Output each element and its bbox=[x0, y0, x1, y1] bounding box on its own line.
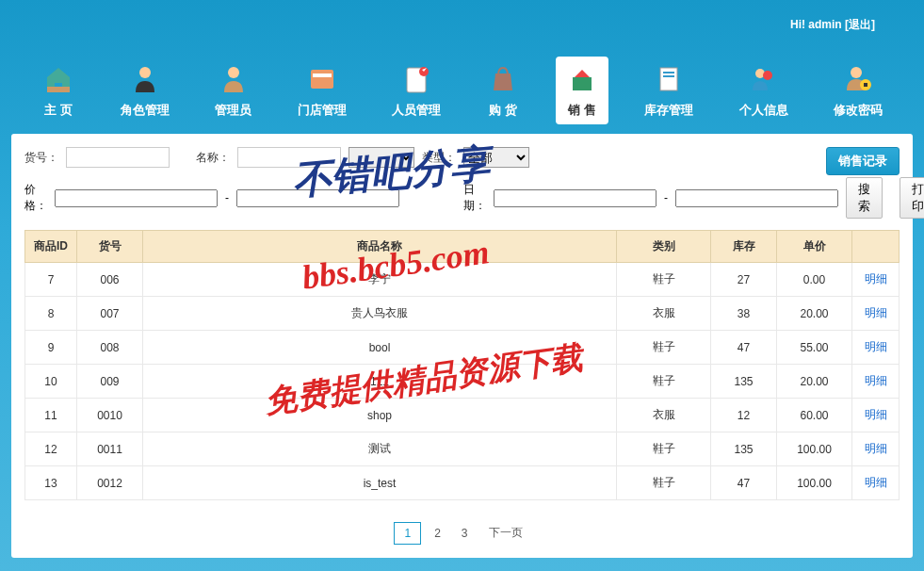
cell-code: 0011 bbox=[77, 432, 143, 466]
date-from-input[interactable] bbox=[494, 189, 657, 207]
price-to-input[interactable] bbox=[236, 189, 399, 207]
nav-label: 销 售 bbox=[568, 102, 596, 119]
svg-rect-9 bbox=[663, 72, 674, 73]
cell-stock: 135 bbox=[711, 432, 777, 466]
svg-point-13 bbox=[851, 67, 862, 78]
filter-bar: 货号： 名称： 类型： 全部 销售记录 bbox=[24, 147, 900, 168]
password-icon bbox=[841, 62, 875, 96]
nav-item-admin[interactable]: 管理员 bbox=[205, 57, 261, 124]
table-header: 类别 bbox=[617, 231, 711, 263]
cell-name: 测试 bbox=[143, 432, 617, 466]
cell-code: 006 bbox=[77, 263, 143, 297]
purchase-icon bbox=[486, 62, 520, 96]
cell-stock: 38 bbox=[711, 297, 777, 331]
nav-label: 角色管理 bbox=[121, 102, 170, 119]
cell-id: 13 bbox=[25, 466, 77, 500]
svg-point-1 bbox=[139, 67, 151, 78]
detail-link[interactable]: 明细 bbox=[865, 442, 887, 455]
detail-link[interactable]: 明细 bbox=[865, 476, 887, 489]
name-label: 名称： bbox=[196, 150, 230, 166]
detail-link[interactable]: 明细 bbox=[865, 272, 887, 286]
cell-cat: 鞋子 bbox=[617, 331, 711, 365]
detail-link[interactable]: 明细 bbox=[865, 306, 887, 319]
date-label: 日期： bbox=[463, 182, 486, 214]
type-label: 类型： bbox=[422, 150, 456, 166]
nav-label: 管理员 bbox=[215, 102, 251, 119]
date-to-input[interactable] bbox=[675, 189, 838, 207]
main-nav: 主 页角色管理管理员门店管理人员管理购 货销 售库存管理个人信息修改密码 bbox=[0, 49, 924, 134]
page-2[interactable]: 2 bbox=[427, 523, 448, 544]
table-header-row: 商品ID货号商品名称类别库存单价 bbox=[25, 231, 900, 263]
print-button[interactable]: 打印 bbox=[900, 177, 924, 219]
cell-stock: 12 bbox=[711, 399, 777, 432]
admin-icon bbox=[217, 62, 251, 96]
cell-price: 100.00 bbox=[777, 466, 852, 500]
detail-link[interactable]: 明细 bbox=[865, 408, 887, 421]
nav-item-password[interactable]: 修改密码 bbox=[824, 57, 892, 124]
page-1[interactable]: 1 bbox=[394, 522, 421, 545]
price-label: 价格： bbox=[24, 182, 47, 214]
sales-record-button[interactable]: 销售记录 bbox=[826, 147, 900, 175]
sale-icon bbox=[565, 62, 599, 96]
nav-item-sale[interactable]: 销 售 bbox=[556, 57, 608, 124]
detail-link[interactable]: 明细 bbox=[865, 340, 887, 353]
cell-id: 12 bbox=[25, 432, 77, 466]
name-input[interactable] bbox=[237, 147, 341, 168]
cell-code: 0012 bbox=[77, 466, 143, 500]
huohao-label: 货号： bbox=[24, 150, 58, 166]
price-from-input[interactable] bbox=[55, 189, 218, 207]
table-row: 120011测试鞋子135100.00明细 bbox=[25, 432, 900, 466]
cell-price: 20.00 bbox=[777, 365, 852, 399]
cell-cat: 鞋子 bbox=[617, 432, 711, 466]
cell-price: 20.00 bbox=[777, 297, 852, 331]
cell-name: is_test bbox=[143, 466, 617, 500]
nav-item-home[interactable]: 主 页 bbox=[32, 57, 85, 124]
search-button[interactable]: 搜索 bbox=[846, 177, 883, 219]
type-select[interactable]: 全部 bbox=[463, 147, 529, 168]
nav-item-profile[interactable]: 个人信息 bbox=[730, 57, 798, 124]
product-table: 商品ID货号商品名称类别库存单价 7006李宁鞋子270.00明细8007贵人鸟… bbox=[24, 230, 900, 500]
cell-cat: 鞋子 bbox=[617, 365, 711, 399]
table-header: 单价 bbox=[777, 231, 852, 263]
cell-stock: 135 bbox=[711, 365, 777, 399]
cell-code: 0010 bbox=[77, 399, 143, 432]
detail-link[interactable]: 明细 bbox=[865, 374, 887, 387]
cell-id: 11 bbox=[25, 399, 77, 432]
huohao-input[interactable] bbox=[66, 147, 170, 168]
table-header: 库存 bbox=[711, 231, 777, 263]
cell-name: bool bbox=[143, 331, 617, 365]
nav-item-store[interactable]: 门店管理 bbox=[288, 57, 356, 124]
cell-cat: 衣服 bbox=[617, 297, 711, 331]
svg-point-2 bbox=[228, 67, 239, 78]
next-page[interactable]: 下一页 bbox=[481, 521, 530, 545]
role-icon bbox=[128, 62, 162, 96]
nav-item-purchase[interactable]: 购 货 bbox=[477, 57, 529, 124]
logout-link[interactable]: [退出] bbox=[845, 17, 875, 33]
nav-item-stock[interactable]: 库存管理 bbox=[635, 57, 703, 124]
cell-code: 007 bbox=[77, 297, 143, 331]
table-header: 商品ID bbox=[25, 231, 77, 263]
store-icon bbox=[305, 62, 339, 96]
cell-price: 60.00 bbox=[777, 399, 852, 432]
person-icon bbox=[399, 62, 433, 96]
stock-icon bbox=[652, 62, 686, 96]
cell-id: 7 bbox=[25, 263, 77, 297]
extra-select[interactable] bbox=[349, 147, 414, 168]
nav-item-person[interactable]: 人员管理 bbox=[382, 57, 450, 124]
nav-item-role[interactable]: 角色管理 bbox=[111, 57, 179, 124]
dash: - bbox=[225, 191, 229, 204]
cell-code: 009 bbox=[77, 365, 143, 399]
table-row: 8007贵人鸟衣服衣服3820.00明细 bbox=[25, 297, 900, 331]
svg-rect-4 bbox=[313, 73, 332, 77]
cell-name: 111 bbox=[143, 365, 617, 399]
cell-code: 008 bbox=[77, 331, 143, 365]
cell-cat: 鞋子 bbox=[617, 466, 711, 500]
cell-id: 9 bbox=[25, 331, 77, 365]
table-row: 130012is_test鞋子47100.00明细 bbox=[25, 466, 900, 500]
cell-stock: 27 bbox=[711, 263, 777, 297]
svg-rect-3 bbox=[311, 70, 333, 89]
cell-cat: 鞋子 bbox=[617, 263, 711, 297]
cell-stock: 47 bbox=[711, 331, 777, 365]
table-header bbox=[852, 231, 900, 263]
page-3[interactable]: 3 bbox=[454, 523, 476, 544]
